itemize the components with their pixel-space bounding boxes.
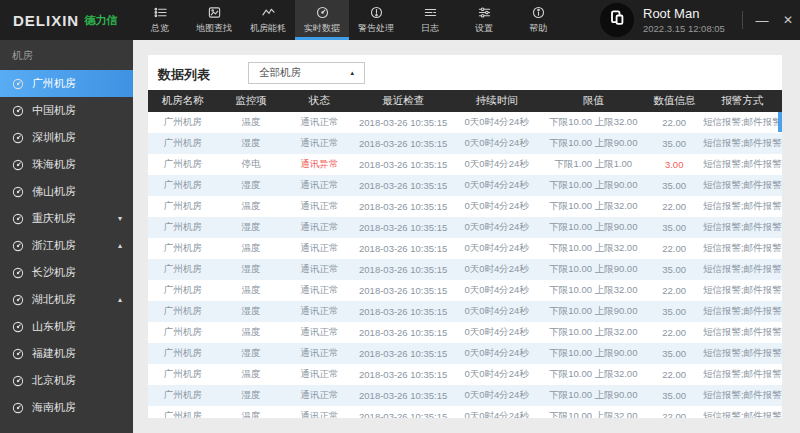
cell-status: 通讯正常 (284, 385, 354, 406)
user-info: Root Man 2022.3.15 12:08:05 (643, 6, 725, 34)
cell-status: 通讯正常 (284, 364, 354, 385)
nav-item-realtime[interactable]: 实时数据 (295, 0, 349, 40)
list-icon (154, 6, 167, 19)
sidebar-item-label: 海南机房 (32, 400, 76, 415)
cell-alert: 短信报警;邮件报警 (703, 322, 782, 343)
cell-limit: 下限10.00 上限32.00 (541, 406, 646, 418)
cell-checked: 2018-03-26 10:35:15 (354, 238, 452, 259)
device-avatar-icon (607, 8, 627, 32)
sidebar-item[interactable]: 珠海机房 (0, 151, 133, 178)
cell-name: 广州机房 (148, 364, 218, 385)
cell-name: 广州机房 (148, 301, 218, 322)
dropdown-value: 全部机房 (259, 66, 301, 80)
cell-alert: 短信报警;邮件报警 (703, 280, 782, 301)
cell-limit: 下限10.00 上限32.00 (541, 322, 646, 343)
column-header: 状态 (284, 90, 354, 112)
cell-value: 22.00 (646, 112, 703, 133)
cell-duration: 0天0时4分24秒 (452, 301, 541, 322)
sidebar-item[interactable]: 中国机房 (0, 97, 133, 124)
sidebar-item[interactable]: 海南机房 (0, 394, 133, 421)
close-button[interactable]: ✕ (774, 0, 800, 40)
chevron-up-icon[interactable]: ▴ (118, 295, 122, 304)
cell-status: 通讯正常 (284, 280, 354, 301)
sliders-icon (478, 6, 491, 19)
gauge-icon (12, 321, 24, 333)
avatar[interactable] (600, 3, 634, 37)
cell-name: 广州机房 (148, 406, 218, 418)
sidebar-item[interactable]: 北京机房 (0, 367, 133, 394)
sidebar-item-label: 重庆机房 (32, 211, 76, 226)
sidebar-item[interactable]: 重庆机房▾ (0, 205, 133, 232)
user-block[interactable]: Root Man 2022.3.15 12:08:05 (600, 0, 725, 40)
sidebar-items: 广州机房中国机房深圳机房珠海机房佛山机房重庆机房▾浙江机房▴长沙机房湖北机房▴山… (0, 70, 133, 421)
sidebar-item[interactable]: 长沙机房 (0, 259, 133, 286)
cell-duration: 0天0时4分24秒 (452, 154, 541, 175)
column-header: 报警方式 (703, 90, 782, 112)
divider (742, 11, 743, 29)
cell-status: 通讯正常 (284, 133, 354, 154)
cell-alert: 短信报警;邮件报警 (703, 217, 782, 238)
cell-alert: 短信报警;邮件报警 (703, 364, 782, 385)
nav-item-energy[interactable]: 机房能耗 (241, 0, 295, 40)
logo-latin: DELIXIN (13, 12, 79, 29)
sidebar-item-label: 北京机房 (32, 373, 76, 388)
column-header: 机房名称 (148, 90, 218, 112)
cell-limit: 下限10.00 上限90.00 (541, 133, 646, 154)
cell-status: 通讯正常 (284, 196, 354, 217)
nav-item-settings[interactable]: 设置 (457, 0, 511, 40)
table-row: 广州机房湿度通讯正常2018-03-26 10:35:150天0时4分24秒下限… (148, 175, 782, 196)
sidebar-item[interactable]: 深圳机房 (0, 124, 133, 151)
cell-checked: 2018-03-26 10:35:15 (354, 406, 452, 418)
gauge-icon (12, 213, 24, 225)
cell-duration: 0天0时4分24秒 (452, 322, 541, 343)
energy-icon (262, 6, 275, 19)
chevron-down-icon[interactable]: ▾ (118, 214, 122, 223)
cell-status: 通讯正常 (284, 238, 354, 259)
nav-label: 总览 (151, 22, 169, 35)
cell-limit: 下限10.00 上限32.00 (541, 364, 646, 385)
cell-value: 22.00 (646, 322, 703, 343)
gauge-icon (12, 240, 24, 252)
sidebar-item[interactable]: 佛山机房 (0, 178, 133, 205)
sidebar-item[interactable]: 湖北机房▴ (0, 286, 133, 313)
nav-item-logs[interactable]: 日志 (403, 0, 457, 40)
cell-limit: 下限10.00 上限32.00 (541, 196, 646, 217)
card-header: 数据列表 全部机房 ▴ (148, 55, 782, 90)
nav-item-map-search[interactable]: 地图查找 (187, 0, 241, 40)
minimize-button[interactable]: — (748, 0, 776, 40)
cell-value: 35.00 (646, 343, 703, 364)
cell-value: 35.00 (646, 259, 703, 280)
map-icon (208, 6, 221, 19)
sidebar-item-label: 中国机房 (32, 103, 76, 118)
cell-checked: 2018-03-26 10:35:15 (354, 364, 452, 385)
gauge-icon (12, 402, 24, 414)
cell-checked: 2018-03-26 10:35:15 (354, 385, 452, 406)
room-filter-dropdown[interactable]: 全部机房 ▴ (248, 62, 365, 84)
gauge-icon (12, 78, 24, 90)
nav-item-alerts[interactable]: 警告处理 (349, 0, 403, 40)
cell-item: 湿度 (218, 343, 285, 364)
sidebar-item[interactable]: 浙江机房▴ (0, 232, 133, 259)
cell-item: 温度 (218, 238, 285, 259)
cell-status: 通讯正常 (284, 259, 354, 280)
sidebar-item-label: 深圳机房 (32, 130, 76, 145)
table-scrollbar-thumb[interactable] (778, 112, 782, 132)
cell-item: 湿度 (218, 259, 285, 280)
sidebar-item-label: 湖北机房 (32, 292, 76, 307)
cell-status: 通讯正常 (284, 217, 354, 238)
cell-checked: 2018-03-26 10:35:15 (354, 280, 452, 301)
chevron-up-icon[interactable]: ▴ (118, 241, 122, 250)
sidebar-item[interactable]: 福建机房 (0, 340, 133, 367)
table-row: 广州机房湿度通讯正常2018-03-26 10:35:150天0时4分24秒下限… (148, 133, 782, 154)
sidebar-item[interactable]: 广州机房 (0, 70, 133, 97)
gauge-icon (12, 294, 24, 306)
nav-item-overview[interactable]: 总览 (133, 0, 187, 40)
table-row: 广州机房湿度通讯正常2018-03-26 10:35:150天0时4分24秒下限… (148, 343, 782, 364)
cell-value: 3.00 (646, 154, 703, 175)
cell-duration: 0天0时4分24秒 (452, 238, 541, 259)
cell-checked: 2018-03-26 10:35:15 (354, 154, 452, 175)
sidebar-item[interactable]: 山东机房 (0, 313, 133, 340)
nav-item-help[interactable]: 帮助 (511, 0, 565, 40)
cell-item: 温度 (218, 280, 285, 301)
cell-limit: 下限10.00 上限32.00 (541, 238, 646, 259)
